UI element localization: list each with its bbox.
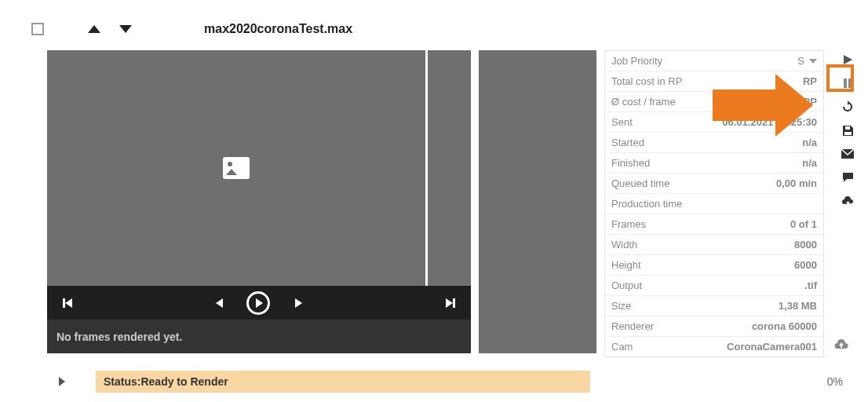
svg-rect-10: [841, 345, 842, 348]
play-button[interactable]: [246, 291, 270, 315]
footer: Status: Ready to Render 0%: [47, 371, 849, 393]
last-frame-button[interactable]: [444, 298, 455, 308]
detail-label: Ø cost / frame: [611, 96, 676, 108]
preview-image: [47, 50, 425, 286]
detail-row: Renderercorona 60000: [605, 316, 823, 337]
detail-label: Cam: [611, 341, 633, 353]
start-button[interactable]: [838, 50, 857, 69]
detail-value: 06.01.2021 12:25:30: [722, 116, 817, 128]
detail-value: 8000: [794, 239, 817, 250]
mail-button[interactable]: [838, 144, 857, 163]
detail-value: CoronaCamera001: [727, 341, 817, 353]
detail-label: Output: [611, 280, 642, 291]
status-text: Ready to Render: [140, 375, 228, 388]
svg-marker-3: [848, 100, 850, 105]
detail-row: CamCoronaCamera001: [605, 337, 823, 356]
detail-row: Height6000: [605, 255, 823, 276]
detail-label: Renderer: [611, 320, 654, 332]
detail-row: Production time: [605, 194, 823, 214]
detail-value: n/a: [802, 137, 817, 148]
detail-row: Job PriorityS: [605, 51, 823, 71]
detail-row: Sent06.01.2021 12:25:30: [605, 112, 823, 133]
preview-panel: No frames rendered yet.: [47, 50, 471, 357]
detail-row: Output.tif: [605, 276, 823, 296]
svg-rect-1: [844, 79, 847, 88]
detail-value: 0,00 min: [776, 177, 817, 189]
detail-row: Finishedn/a: [605, 153, 823, 174]
detail-row: Size1,38 MB: [605, 296, 823, 316]
chat-button[interactable]: [838, 168, 857, 187]
detail-label: Sent: [611, 116, 633, 128]
playback-controls: [47, 286, 471, 320]
detail-value: .tif: [804, 280, 817, 291]
detail-row: Total cost in RPRP: [605, 71, 823, 92]
detail-row: Startedn/a: [605, 133, 823, 153]
detail-value: 6000: [794, 259, 817, 271]
select-checkbox[interactable]: [31, 23, 44, 35]
detail-value: n/a: [802, 157, 817, 169]
detail-value: 1,38 MB: [779, 300, 817, 312]
pause-button[interactable]: [838, 74, 857, 93]
save-button[interactable]: [838, 121, 857, 140]
job-details-table: Job PrioritySTotal cost in RPRPØ cost / …: [604, 50, 824, 357]
detail-label: Finished: [611, 157, 650, 169]
detail-value[interactable]: S: [797, 55, 817, 67]
detail-row: Width8000: [605, 235, 823, 255]
chevron-down-icon: [809, 59, 817, 64]
detail-label: Width: [611, 239, 637, 250]
cloud-upload-button[interactable]: [833, 339, 849, 354]
detail-label: Height: [611, 259, 641, 271]
detail-label: Job Priority: [611, 55, 662, 67]
cloud-download-button[interactable]: [838, 192, 857, 210]
detail-label: Total cost in RP: [611, 75, 682, 87]
chevron-right-icon: [59, 377, 65, 386]
action-column: [837, 50, 859, 357]
detail-row: Ø cost / frame0,00 RP: [605, 92, 823, 112]
svg-rect-4: [845, 126, 850, 130]
job-header: max2020coronaTest.max: [0, 0, 868, 36]
detail-row: Queued time0,00 min: [605, 174, 823, 194]
progress-percent: 0%: [590, 375, 849, 388]
image-placeholder-icon: [223, 157, 250, 179]
detail-value: corona 60000: [752, 320, 817, 332]
detail-label: Started: [611, 137, 644, 148]
detail-value: 0,00 RP: [780, 96, 817, 108]
prev-frame-button[interactable]: [216, 298, 223, 308]
sort-down-icon[interactable]: [119, 25, 132, 33]
detail-row: Frames0 of 1: [605, 214, 823, 235]
sort-up-icon[interactable]: [88, 25, 100, 33]
detail-value: RP: [803, 75, 817, 87]
detail-label: Size: [611, 300, 631, 312]
preview-thumb-strip: [428, 50, 471, 286]
status-prefix: Status:: [104, 375, 140, 388]
svg-rect-2: [848, 79, 852, 88]
detail-label: Production time: [611, 198, 682, 210]
detail-label: Queued time: [611, 177, 669, 189]
svg-rect-5: [844, 132, 852, 135]
svg-rect-8: [847, 203, 848, 205]
secondary-preview: [479, 50, 596, 353]
filename-label: max2020coronaTest.max: [204, 22, 352, 36]
detail-value: 0 of 1: [790, 218, 817, 230]
next-frame-button[interactable]: [294, 298, 302, 308]
detail-label: Frames: [611, 218, 646, 230]
first-frame-button[interactable]: [63, 298, 72, 308]
svg-marker-0: [844, 55, 852, 64]
preview-status: No frames rendered yet.: [47, 320, 471, 353]
status-bar: Status: Ready to Render: [96, 371, 590, 393]
expand-button[interactable]: [47, 371, 77, 393]
restart-button[interactable]: [838, 97, 857, 116]
